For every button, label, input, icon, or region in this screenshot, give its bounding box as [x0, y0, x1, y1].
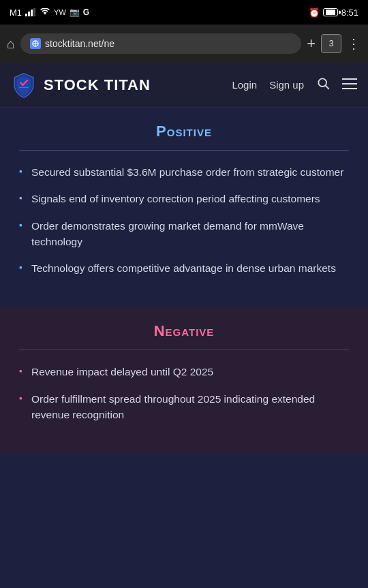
- signup-button[interactable]: Sign up: [269, 79, 304, 91]
- positive-list: Secured substantial $3.6M purchase order…: [19, 164, 349, 276]
- url-text: stocktitan.net/ne: [45, 38, 114, 49]
- signal-icon: [25, 8, 36, 16]
- carrier-label: M1: [10, 7, 22, 18]
- negative-section: Negative Revenue impact delayed until Q2…: [0, 307, 368, 454]
- home-button[interactable]: ⌂: [7, 36, 15, 52]
- negative-divider: [19, 350, 349, 350]
- address-bar[interactable]: stocktitan.net/ne: [20, 33, 301, 54]
- negative-list: Revenue impact delayed until Q2 2025 Ord…: [19, 364, 349, 422]
- wifi-icon: [40, 8, 50, 16]
- more-menu-button[interactable]: ⋮: [347, 35, 361, 52]
- status-bar: M1 YW 📷 G ⏰ 8:51: [0, 0, 368, 25]
- menu-button[interactable]: [342, 76, 357, 94]
- login-button[interactable]: Login: [232, 79, 257, 91]
- time-display: 8:51: [341, 7, 358, 18]
- status-right: ⏰ 8:51: [309, 7, 358, 18]
- battery-indicator: [323, 8, 338, 16]
- search-button[interactable]: [316, 76, 330, 93]
- svg-rect-0: [25, 14, 27, 16]
- positive-title: Positive: [19, 123, 349, 140]
- g-icon: G: [83, 7, 89, 17]
- positive-divider: [19, 150, 349, 151]
- tab-switcher-button[interactable]: 3: [321, 34, 341, 53]
- nav-bar: STOCK TITAN Login Sign up: [0, 63, 368, 108]
- list-item: Secured substantial $3.6M purchase order…: [19, 164, 349, 180]
- logo-container: STOCK TITAN: [11, 72, 232, 98]
- nav-links: Login Sign up: [232, 76, 357, 94]
- yw-icon: YW: [54, 8, 66, 16]
- brand-name: STOCK TITAN: [44, 76, 151, 94]
- new-tab-button[interactable]: +: [307, 35, 316, 52]
- list-item: Signals end of inventory correction peri…: [19, 191, 349, 206]
- main-content: Positive Secured substantial $3.6M purch…: [0, 108, 368, 588]
- status-left: M1 YW 📷 G: [10, 7, 89, 18]
- site-favicon: [30, 38, 41, 49]
- svg-rect-2: [31, 10, 33, 16]
- negative-title: Negative: [19, 322, 349, 340]
- alarm-icon: ⏰: [309, 7, 320, 18]
- positive-section: Positive Secured substantial $3.6M purch…: [0, 108, 368, 307]
- browser-chrome: ⌂ stocktitan.net/ne + 3 ⋮: [0, 25, 368, 63]
- list-item: Order fulfillment spread throughout 2025…: [19, 391, 349, 423]
- list-item: Order demonstrates growing market demand…: [19, 218, 349, 250]
- instagram-icon: 📷: [70, 7, 80, 17]
- svg-rect-3: [33, 8, 35, 16]
- logo-shield-icon: [11, 72, 37, 98]
- list-item: Revenue impact delayed until Q2 2025: [19, 364, 349, 380]
- svg-rect-1: [28, 12, 30, 16]
- list-item: Technology offers competitive advantage …: [19, 260, 349, 276]
- svg-line-8: [326, 86, 329, 89]
